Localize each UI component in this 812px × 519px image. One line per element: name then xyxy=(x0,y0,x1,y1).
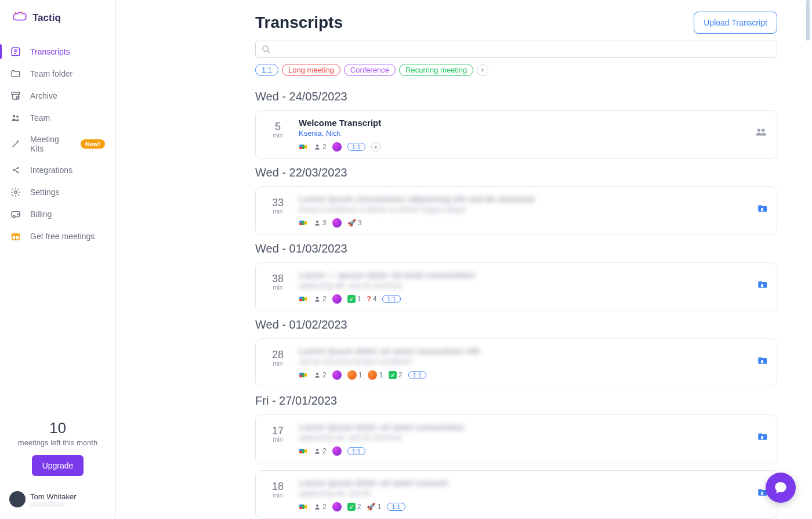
svg-point-13 xyxy=(17,167,19,169)
svg-rect-28 xyxy=(299,147,302,149)
meeting-tag[interactable]: 1:1 xyxy=(347,447,365,455)
svg-rect-34 xyxy=(299,223,302,225)
sidebar-item-get-free-meetings[interactable]: Get free meetings xyxy=(0,225,115,247)
search-field[interactable] xyxy=(255,41,777,58)
transcript-card[interactable]: 18minLorem ipsum dolor sit amet consecta… xyxy=(255,470,777,519)
svg-point-18 xyxy=(13,215,15,218)
chip-row: 2 1 1✓ 21:1 xyxy=(299,370,736,380)
transcript-card[interactable]: 5minWelcome TranscriptKsenia, Nick 21:1+ xyxy=(255,110,777,159)
chip-row: 21:1+ xyxy=(299,142,736,152)
scrollbar-thumb[interactable] xyxy=(806,0,810,41)
date-heading: Fri - 27/01/2023 xyxy=(255,394,777,408)
transcript-card[interactable]: 17minLorem ipsum dolor sit amet consecte… xyxy=(255,415,777,463)
card-action[interactable] xyxy=(744,422,767,443)
svg-rect-7 xyxy=(12,92,20,95)
video-icon xyxy=(299,503,308,511)
svg-rect-27 xyxy=(299,145,302,147)
sidebar-item-transcripts[interactable]: Transcripts xyxy=(0,41,115,63)
upgrade-button[interactable]: Upgrade xyxy=(32,455,84,476)
video-icon xyxy=(299,447,308,455)
sidebar-item-settings[interactable]: Settings xyxy=(0,181,115,203)
transcript-card[interactable]: 28minLorem ipsum dolor sit amet consecte… xyxy=(255,338,777,387)
scrollbar[interactable] xyxy=(805,0,811,519)
video-icon xyxy=(299,219,308,227)
gift-icon xyxy=(10,231,21,242)
sidebar-item-archive[interactable]: Archive xyxy=(0,85,115,107)
svg-rect-54 xyxy=(299,507,302,509)
nav-label: Billing xyxy=(30,210,105,219)
logo-text: Tactiq xyxy=(32,12,61,24)
transcript-subtitle: adipiscing elit, sed do eiusmod xyxy=(299,433,736,442)
transcript-title: Lorem ipsum dolor sit amet consectetur e… xyxy=(299,346,736,356)
upload-button[interactable]: Upload Transcript xyxy=(694,12,777,34)
upgrade-subtitle: meetings left this month xyxy=(12,438,104,448)
upgrade-count: 10 xyxy=(12,419,104,437)
folder-icon xyxy=(10,69,21,79)
svg-rect-49 xyxy=(299,451,302,453)
filter-tag-long-meeting[interactable]: Long meeting xyxy=(282,64,340,76)
nav-label: Team folder xyxy=(30,69,105,78)
svg-point-56 xyxy=(761,492,763,494)
filter-tags: 1:1Long meetingConferenceRecurring meeti… xyxy=(255,64,777,76)
folder-icon xyxy=(757,355,767,365)
filter-tag-conference[interactable]: Conference xyxy=(344,64,396,76)
card-action[interactable] xyxy=(744,194,767,215)
add-tag-button[interactable]: + xyxy=(371,142,380,152)
add-filter-button[interactable]: + xyxy=(477,64,488,76)
svg-point-51 xyxy=(761,436,763,438)
reaction-icon xyxy=(332,294,342,304)
reaction-chip: 1 xyxy=(347,370,362,380)
sidebar-item-meeting-kits[interactable]: Meeting KitsNew! xyxy=(0,129,115,159)
transcript-title: Welcome Transcript xyxy=(299,118,736,128)
upgrade-block: 10 meetings left this month Upgrade xyxy=(0,419,115,485)
settings-icon xyxy=(10,187,21,197)
svg-rect-43 xyxy=(299,373,302,375)
sidebar: Tactiq TranscriptsTeam folderArchiveTeam… xyxy=(0,0,116,519)
header: Transcripts Upload Transcript xyxy=(255,12,777,34)
sidebar-item-integrations[interactable]: Integrations xyxy=(0,159,115,181)
meeting-tag[interactable]: 1:1 xyxy=(387,503,405,511)
transcript-card[interactable]: 33minLorem ipsum consectetur adipiscing … xyxy=(255,186,777,235)
team-icon xyxy=(10,113,21,123)
svg-rect-33 xyxy=(299,221,302,223)
nav: TranscriptsTeam folderArchiveTeamMeeting… xyxy=(0,34,115,419)
transcript-card[interactable]: 38minLorem — ipsum dolor sit amet consec… xyxy=(255,262,777,311)
new-badge: New! xyxy=(81,139,105,149)
card-action[interactable] xyxy=(744,118,767,139)
video-icon xyxy=(299,143,308,151)
meeting-tag[interactable]: 1:1 xyxy=(408,371,426,379)
nav-label: Settings xyxy=(30,188,105,197)
sidebar-item-team-folder[interactable]: Team folder xyxy=(0,63,115,85)
transcript-title: Lorem ipsum consectetur adipiscing elit … xyxy=(299,194,736,204)
svg-point-41 xyxy=(761,284,763,286)
date-heading: Wed - 01/02/2023 xyxy=(255,318,777,331)
date-heading: Wed - 24/05/2023 xyxy=(255,90,777,103)
folder-icon xyxy=(757,431,767,441)
svg-rect-39 xyxy=(299,299,302,301)
duration: 18min xyxy=(265,478,291,499)
logo[interactable]: Tactiq xyxy=(0,0,115,34)
meeting-tag[interactable]: 1:1 xyxy=(382,295,400,303)
transcript-title: Lorem ipsum dolor sit amet consect xyxy=(299,478,736,488)
logo-icon xyxy=(12,12,28,24)
transcript-subtitle: adipiscing elit, sed do xyxy=(299,489,736,498)
card-action[interactable] xyxy=(744,346,767,367)
card-action[interactable] xyxy=(744,478,767,499)
participants-icon xyxy=(314,372,321,379)
sidebar-item-team[interactable]: Team xyxy=(0,107,115,129)
card-action[interactable] xyxy=(744,270,767,291)
search-input[interactable] xyxy=(276,45,771,54)
reaction-icon xyxy=(332,370,342,380)
sidebar-item-billing[interactable]: Billing xyxy=(0,203,115,225)
meeting-tag[interactable]: 1:1 xyxy=(347,143,365,151)
duration: 5min xyxy=(265,118,291,139)
chat-button[interactable] xyxy=(766,473,796,503)
participants-icon xyxy=(314,295,321,302)
svg-point-29 xyxy=(316,145,318,147)
filter-tag-1-1[interactable]: 1:1 xyxy=(255,64,278,76)
filter-tag-recurring-meeting[interactable]: Recurring meeting xyxy=(399,64,473,76)
user-row[interactable]: Tom Whitaker xyxy=(0,485,115,519)
main: Transcripts Upload Transcript 1:1Long me… xyxy=(116,0,812,519)
reaction-icon xyxy=(332,142,342,152)
video-icon xyxy=(299,295,308,303)
